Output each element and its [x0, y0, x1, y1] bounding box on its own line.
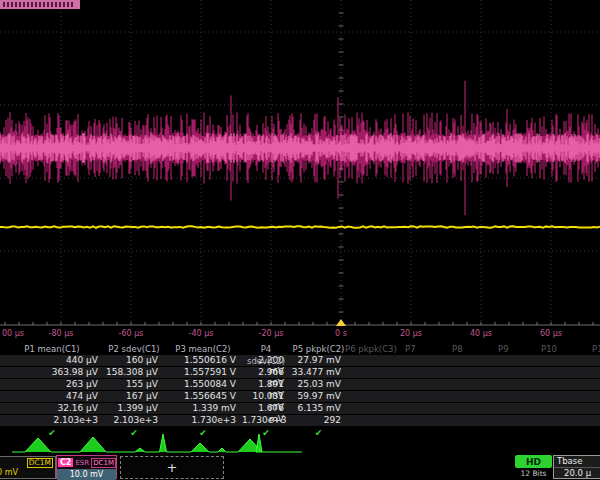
- bit-depth-label: 12 Bits: [511, 469, 556, 478]
- param-header-p11[interactable]: P11: [592, 343, 600, 355]
- c2-esr-tag: ESR: [75, 459, 89, 467]
- param-header-p3[interactable]: P3 mean(C2): [164, 343, 242, 367]
- histicon-graph: [0, 432, 600, 455]
- c1-coupling-chip: DC1M: [27, 458, 53, 468]
- timebase-descriptor[interactable]: Tbase 20.0 µ: [553, 455, 600, 479]
- oscilloscope-screen: 00 µs -80 µs -60 µs -40 µs -20 µs 0 s 20…: [0, 0, 600, 480]
- table-row: 32.16 µV 1.399 µV 1.339 mV 1.676 mV 6.13…: [0, 403, 600, 415]
- hd-mode-badge[interactable]: HD: [515, 455, 552, 468]
- param-header-p10[interactable]: P10: [541, 343, 557, 355]
- stat-num: 292: [290, 415, 347, 426]
- trace-annotation-badge: [0, 0, 80, 9]
- param-header-p4[interactable]: P4 sdev(C2): [242, 343, 290, 367]
- table-row: 474 µV 167 µV 1.556645 V 10.031 mV 59.97…: [0, 391, 600, 403]
- timebase-scale: 20.0 µ: [554, 468, 600, 479]
- axis-tick-label: -80 µs: [49, 329, 74, 338]
- stat-num: 2.103e+3: [0, 415, 104, 426]
- measurement-table: P1 mean(C1) P2 sdev(C1) P3 mean(C2) P4 s…: [0, 343, 600, 439]
- hd-badge-label: HD: [526, 457, 541, 467]
- param-header-p2[interactable]: P2 sdev(C1): [104, 343, 164, 367]
- axis-tick-label: 20 µs: [400, 329, 422, 338]
- c2-coupling-chip: DC1M: [91, 458, 116, 468]
- stat-num: 1.730e+3: [164, 415, 242, 426]
- descriptor-bar: DC1M 0 mV C2 ESR DC1M 10.0 mV + HD 12 Bi…: [0, 455, 600, 480]
- c2-scale-value: 10.0 mV: [57, 469, 116, 480]
- axis-tick-label: -60 µs: [119, 329, 144, 338]
- param-header-p1[interactable]: P1 mean(C1): [0, 343, 104, 367]
- param-header-p6[interactable]: P6 pkpk(C3): [345, 343, 397, 355]
- table-row: 263 µV 155 µV 1.550084 V 1.891 mV 25.03 …: [0, 379, 600, 391]
- table-row: 2.103e+3 2.103e+3 1.730e+3 1.730e+3 292: [0, 415, 600, 427]
- c2-label-chip: C2: [58, 458, 73, 467]
- channel-c1-descriptor[interactable]: DC1M 0 mV: [0, 456, 56, 479]
- axis-tick-label: 00 µs: [2, 329, 24, 338]
- add-trace-button[interactable]: +: [120, 456, 224, 479]
- param-header-p5[interactable]: P5 pkpk(C2): [290, 343, 347, 367]
- axis-tick-label: 60 µs: [540, 329, 562, 338]
- c1-scale-value: 0 mV: [0, 468, 55, 478]
- timebase-axis: 00 µs -80 µs -60 µs -40 µs -20 µs 0 s 20…: [0, 327, 600, 342]
- param-header-p8[interactable]: P8: [452, 343, 463, 355]
- channel-c2-descriptor[interactable]: C2 ESR DC1M 10.0 mV: [56, 455, 117, 479]
- waveform-grid[interactable]: [0, 0, 600, 334]
- axis-tick-label: 0 s: [335, 329, 347, 338]
- axis-tick-label: -40 µs: [189, 329, 214, 338]
- timebase-label: Tbase: [554, 456, 600, 468]
- axis-tick-label: -20 µs: [259, 329, 284, 338]
- plus-icon: +: [167, 460, 178, 475]
- scope-traces: [0, 0, 600, 334]
- table-row: 363.98 µV 158.308 µV 1.557591 V 2.966 mV…: [0, 367, 600, 379]
- axis-tick-label: 40 µs: [470, 329, 492, 338]
- histicon-strip[interactable]: [0, 432, 600, 455]
- stat-num: 2.103e+3: [104, 415, 164, 426]
- param-header-p7[interactable]: P7: [405, 343, 416, 355]
- measurement-header-row: P1 mean(C1) P2 sdev(C1) P3 mean(C2) P4 s…: [0, 343, 600, 355]
- param-header-p9[interactable]: P9: [498, 343, 509, 355]
- stat-num: 1.730e+3: [242, 415, 290, 426]
- trigger-time-marker: [336, 319, 346, 326]
